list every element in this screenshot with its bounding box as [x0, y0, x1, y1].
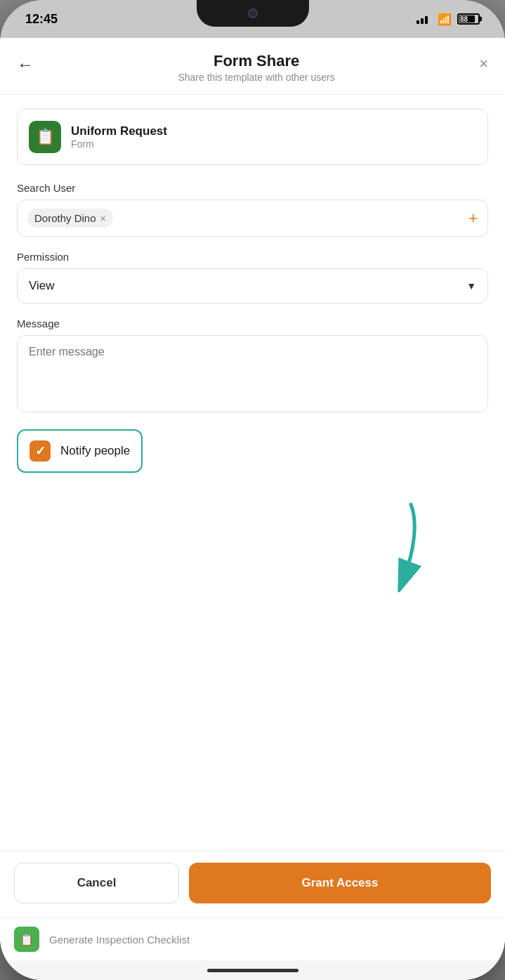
- status-time: 12:45: [25, 12, 58, 27]
- bottom-buttons: Cancel Grant Access: [0, 851, 505, 917]
- form-icon-symbol: 📋: [36, 128, 55, 146]
- form-card-subtitle: Form: [71, 138, 167, 150]
- permission-value: View: [29, 279, 55, 293]
- signal-bar-2: [421, 18, 424, 24]
- dropdown-arrow-icon: ▼: [466, 280, 476, 292]
- arrow-annotation: [362, 501, 425, 592]
- form-icon: 📋: [29, 121, 61, 153]
- message-input[interactable]: [17, 335, 488, 412]
- peek-text: Generate Inspection Checklist: [49, 934, 190, 946]
- phone-frame: 12:45 📶 88 ←: [0, 0, 505, 980]
- signal-bar-4: [429, 14, 432, 24]
- peek-form-icon: 📋: [14, 927, 39, 952]
- notify-checkbox[interactable]: ✓: [29, 440, 51, 462]
- signal-bar-3: [425, 16, 428, 24]
- checkmark-icon: ✓: [35, 443, 46, 459]
- peek-icon-symbol: 📋: [20, 933, 34, 946]
- wifi-icon: 📶: [438, 13, 452, 26]
- add-user-button[interactable]: +: [468, 209, 478, 228]
- page-subtitle: Share this template with other users: [34, 72, 479, 83]
- header-center: Form Share Share this template with othe…: [34, 52, 479, 83]
- notch: [197, 0, 309, 27]
- page-title: Form Share: [34, 52, 479, 70]
- notify-people-checkbox-container[interactable]: ✓ Notify people: [17, 429, 143, 473]
- content: ← Form Share Share this template with ot…: [0, 38, 505, 980]
- status-icons: 📶 88: [417, 13, 480, 26]
- cancel-button[interactable]: Cancel: [14, 863, 179, 903]
- status-bar: 12:45 📶 88: [0, 0, 505, 38]
- signal-bars: [417, 14, 432, 24]
- notify-people-label: Notify people: [60, 444, 130, 458]
- battery-icon: 88: [457, 13, 480, 25]
- close-button[interactable]: ×: [479, 55, 488, 73]
- search-user-label: Search User: [17, 182, 488, 194]
- signal-bar-1: [417, 20, 419, 24]
- form-card-text: Uniform Request Form: [71, 124, 167, 150]
- search-user-field[interactable]: Dorothy Dino × +: [17, 200, 488, 237]
- form-share-header: ← Form Share Share this template with ot…: [0, 38, 505, 95]
- phone-screen: 12:45 📶 88 ←: [0, 0, 505, 980]
- permission-dropdown[interactable]: View ▼: [17, 268, 488, 303]
- grant-access-button[interactable]: Grant Access: [189, 863, 491, 903]
- home-bar: [207, 969, 299, 972]
- bottom-peek: 📋 Generate Inspection Checklist: [0, 917, 505, 960]
- back-button[interactable]: ←: [17, 55, 34, 74]
- home-indicator: [0, 960, 505, 980]
- message-label: Message: [17, 318, 488, 329]
- user-tag: Dorothy Dino ×: [27, 209, 113, 228]
- form-area: 📋 Uniform Request Form Search User Dorot…: [0, 95, 505, 851]
- form-card: 📋 Uniform Request Form: [17, 109, 488, 165]
- arrow-area: [17, 487, 488, 585]
- remove-user-button[interactable]: ×: [100, 213, 106, 224]
- permission-label: Permission: [17, 251, 488, 263]
- form-card-title: Uniform Request: [71, 124, 167, 138]
- notch-dot: [248, 8, 258, 18]
- battery-text: 88: [460, 15, 468, 23]
- user-tag-name: Dorothy Dino: [34, 212, 96, 224]
